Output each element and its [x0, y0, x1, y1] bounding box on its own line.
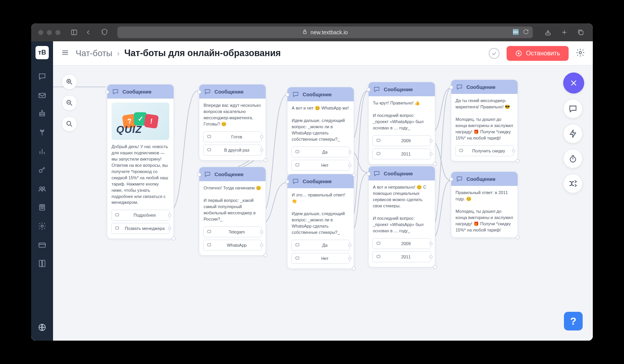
- node-button[interactable]: Подробнее: [111, 210, 170, 221]
- flow-node[interactable]: Сообщение А вот и неправильно! 😊 С помощ…: [368, 166, 435, 267]
- action-tool[interactable]: [563, 124, 583, 143]
- port-out[interactable]: [168, 214, 171, 217]
- node-button[interactable]: 2009: [372, 238, 431, 249]
- flow-node[interactable]: Сообщение ?✓! QUIZ Добрый день! У нас но…: [107, 84, 174, 239]
- reload-icon[interactable]: [523, 29, 529, 36]
- svg-point-41: [67, 121, 71, 125]
- sidebar-toggle-icon[interactable]: [69, 27, 79, 37]
- node-button[interactable]: Позвать менеджера: [111, 223, 170, 234]
- node-button[interactable]: Нет: [291, 253, 350, 264]
- sidebar-stats[interactable]: [34, 143, 50, 159]
- node-button[interactable]: В другой раз: [203, 145, 262, 155]
- sidebar-bots[interactable]: [34, 106, 50, 122]
- node-button[interactable]: Получить скидку: [455, 145, 514, 156]
- sidebar-cards[interactable]: [34, 237, 50, 253]
- svg-rect-48: [115, 214, 119, 216]
- validate-button[interactable]: [489, 48, 500, 59]
- traffic-close[interactable]: [38, 30, 43, 35]
- svg-rect-2: [303, 32, 307, 34]
- sidebar-settings[interactable]: [34, 218, 50, 234]
- flow-node[interactable]: Сообщение Правильный ответ: в 2011 году.…: [451, 171, 518, 238]
- node-button[interactable]: WhatsApp: [203, 240, 262, 251]
- tabs-icon[interactable]: [576, 27, 586, 37]
- sidebar-language[interactable]: [34, 320, 50, 335]
- delay-tool[interactable]: [563, 149, 583, 168]
- flow-node[interactable]: Сообщение А вот и нет 😊 WhatsApp же! Иде…: [287, 87, 354, 176]
- menu-toggle[interactable]: [61, 48, 69, 58]
- port-out[interactable]: [172, 237, 176, 240]
- svg-rect-0: [71, 30, 77, 35]
- settings-button[interactable]: [576, 48, 585, 59]
- breadcrumb-root[interactable]: Чат-боты: [76, 48, 112, 58]
- flow-node[interactable]: Сообщение И это… правильный ответ! 👏 Иде…: [287, 174, 354, 269]
- port-in[interactable]: [105, 90, 109, 94]
- sidebar-inbox[interactable]: [34, 87, 50, 103]
- zoom-out-button[interactable]: [62, 95, 77, 111]
- stop-button[interactable]: Остановить: [507, 46, 569, 61]
- node-button[interactable]: Telegam: [203, 226, 262, 237]
- node-title: Сообщение: [466, 84, 496, 90]
- app-header: Чат-боты › Чат-боты для онлайн-образован…: [53, 41, 593, 65]
- node-title: Сообщение: [466, 176, 496, 182]
- shield-icon: [101, 28, 108, 37]
- share-icon[interactable]: [543, 27, 553, 37]
- svg-rect-55: [296, 164, 299, 166]
- svg-rect-49: [115, 227, 119, 229]
- port-in[interactable]: [197, 90, 201, 94]
- sidebar-docs[interactable]: [34, 256, 50, 271]
- new-tab-icon[interactable]: [559, 27, 569, 37]
- node-button[interactable]: Да: [291, 240, 350, 251]
- breadcrumbs: Чат-боты › Чат-боты для онлайн-образован…: [76, 48, 281, 58]
- nav-back-icon[interactable]: [83, 27, 93, 37]
- svg-point-12: [42, 110, 43, 111]
- sidebar-team[interactable]: [34, 181, 50, 196]
- browser-chrome: new.textback.io 🔤: [31, 23, 593, 41]
- svg-point-24: [41, 225, 43, 227]
- node-button[interactable]: Да: [291, 147, 350, 157]
- logo[interactable]: тВ: [31, 41, 53, 64]
- zoom-in-button[interactable]: [62, 74, 77, 90]
- flow-node[interactable]: Сообщение Отлично! Тогда начинаем 😊 И пе…: [199, 167, 266, 256]
- port-out[interactable]: [168, 227, 171, 230]
- flow-canvas[interactable]: ?: [53, 65, 593, 341]
- node-body: Впереди вас ждут несколько вопросов каса…: [199, 99, 266, 131]
- app-sidebar: тВ: [31, 41, 53, 341]
- node-button[interactable]: Нет: [291, 160, 350, 171]
- message-tool[interactable]: [563, 99, 583, 118]
- sidebar-keys[interactable]: [34, 162, 50, 178]
- node-button[interactable]: 2009: [372, 135, 431, 146]
- node-body: А вот и неправильно! 😊 С помощью специал…: [369, 180, 435, 238]
- node-body: Ты крут! Правильно! 👍 И последний вопрос…: [369, 96, 435, 135]
- random-tool[interactable]: [563, 174, 583, 193]
- svg-rect-56: [296, 243, 299, 246]
- svg-point-9: [41, 114, 42, 115]
- breadcrumb-current: Чат-боты для онлайн-образования: [124, 48, 281, 58]
- svg-point-16: [39, 170, 42, 172]
- help-button[interactable]: ?: [564, 312, 583, 330]
- url-bar[interactable]: new.textback.io 🔤: [117, 27, 533, 38]
- node-body: И это… правильный ответ! 👏 Идем дальше, …: [287, 188, 354, 240]
- traffic-min[interactable]: [47, 30, 52, 35]
- stop-button-label: Остановить: [526, 50, 560, 57]
- app-main: Чат-боты › Чат-боты для онлайн-образован…: [53, 41, 593, 341]
- translate-icon[interactable]: 🔤: [512, 29, 519, 36]
- node-body: А вот и нет 😊 WhatsApp же! Идем дальше, …: [287, 101, 354, 147]
- node-body: Отлично! Тогда начинаем 😊 И первый вопро…: [199, 181, 266, 226]
- zoom-fit-button[interactable]: [62, 116, 77, 132]
- lock-icon: [302, 29, 307, 35]
- traffic-max[interactable]: [55, 30, 60, 35]
- node-button[interactable]: Готов: [203, 131, 262, 142]
- flow-node[interactable]: Сообщение Впереди вас ждут несколько воп…: [199, 84, 266, 161]
- sidebar-chats[interactable]: [34, 69, 50, 84]
- svg-rect-59: [377, 152, 380, 155]
- node-title: Сообщение: [122, 89, 152, 95]
- node-button[interactable]: 2011: [372, 148, 431, 159]
- sidebar-billing[interactable]: [34, 200, 50, 215]
- flow-node[interactable]: Сообщение Ты крут! Правильно! 👍 И послед…: [368, 82, 435, 164]
- sidebar-growth[interactable]: [34, 125, 50, 140]
- browser-window: new.textback.io 🔤 тВ: [31, 23, 593, 341]
- close-panel-button[interactable]: [563, 72, 584, 94]
- url-actions: 🔤: [512, 29, 529, 36]
- node-button[interactable]: 2011: [372, 251, 431, 262]
- flow-node[interactable]: Сообщение Да ты гений мессенджер-маркети…: [451, 80, 518, 161]
